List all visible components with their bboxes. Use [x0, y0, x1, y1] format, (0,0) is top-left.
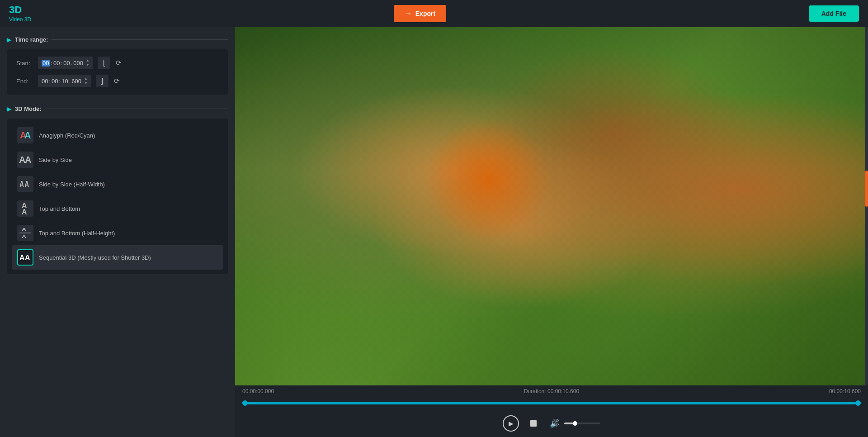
timeline-track[interactable]	[242, 402, 861, 404]
video-container	[235, 27, 868, 385]
app-logo: 3D	[9, 4, 31, 16]
mode-divider	[45, 109, 228, 109]
volume-icon: 🔊	[550, 418, 560, 428]
end-ms[interactable]: 600	[71, 78, 81, 85]
time-range-arrow-icon[interactable]: ▶	[7, 37, 11, 43]
start-minutes[interactable]: 00	[53, 60, 60, 66]
add-file-button[interactable]: Add File	[809, 5, 859, 22]
start-sep2: :	[61, 60, 63, 66]
stop-button[interactable]	[526, 416, 541, 431]
end-spin-up[interactable]: ▲	[84, 76, 88, 81]
time-range-title: Time range:	[15, 36, 48, 43]
start-ms[interactable]: 000	[73, 60, 83, 66]
volume-button[interactable]: 🔊	[548, 417, 561, 430]
mode-label-sbs: Side by Side	[39, 157, 72, 163]
end-minutes[interactable]: 00	[52, 78, 58, 85]
end-reset-button[interactable]: ⟳	[113, 76, 121, 86]
start-sep3: .	[71, 60, 73, 66]
video-duration: Duration: 00:00:10.600	[524, 388, 579, 394]
start-spinners[interactable]: ▲ ▼	[86, 58, 90, 67]
topbar: 3D Video 3D → Export Add File	[0, 0, 868, 27]
start-bracket-button[interactable]: [	[98, 57, 110, 69]
svg-text:A: A	[22, 208, 27, 215]
logo-area: 3D Video 3D	[9, 4, 31, 23]
mode-item-sequential[interactable]: A A Sequential 3D (Mostly used for Shutt…	[12, 245, 223, 270]
mode-title: 3D Mode:	[15, 105, 42, 112]
time-range-divider	[52, 39, 228, 40]
video-info-bar: 00:00:00.000 Duration: 00:00:10.600 00:0…	[235, 385, 868, 397]
controls-bar: ▶ 🔊	[235, 412, 868, 437]
video-start-time: 00:00:00.000	[242, 388, 274, 394]
sbs-half-icon: A A	[17, 176, 33, 192]
end-seconds[interactable]: 10	[61, 78, 68, 85]
mode-box: A A Anaglyph (Red/Cyan) A A Side by Side	[7, 119, 228, 274]
mode-label-tb: Top and Bottom	[39, 205, 80, 212]
end-sep2: :	[59, 78, 61, 85]
video-preview	[235, 27, 868, 385]
timeline-handle-left[interactable]	[242, 400, 248, 406]
mode-item-tb[interactable]: A A Top and Bottom	[12, 196, 223, 221]
end-bracket-button[interactable]: ]	[96, 75, 108, 87]
mode-item-tb-half[interactable]: A A Top and Bottom (Half-Height)	[12, 221, 223, 245]
app-subtitle: Video 3D	[9, 16, 31, 23]
start-sep1: :	[51, 60, 52, 66]
mode-item-anaglyph[interactable]: A A Anaglyph (Red/Cyan)	[12, 123, 223, 147]
svg-text:A: A	[24, 130, 31, 140]
end-time-input[interactable]: 00 : 00 : 10 . 600 ▲ ▼	[38, 75, 91, 87]
left-panel: ▶ Time range: Start: 00 : 00 : 00 . 000 …	[0, 27, 235, 437]
mode-item-sbs[interactable]: A A Side by Side	[12, 147, 223, 172]
anaglyph-icon: A A	[17, 127, 33, 143]
tb-half-icon: A A	[17, 225, 33, 241]
svg-text:A: A	[19, 254, 25, 261]
export-label: Export	[415, 10, 435, 17]
timeline-area	[235, 397, 868, 412]
export-icon: →	[405, 10, 412, 18]
play-icon: ▶	[509, 420, 514, 427]
start-spin-down[interactable]: ▼	[86, 63, 90, 67]
mode-arrow-icon[interactable]: ▶	[7, 106, 11, 112]
svg-text:A: A	[19, 179, 24, 189]
time-range-section-header: ▶ Time range:	[7, 36, 228, 43]
start-hours[interactable]: 00	[42, 60, 50, 66]
svg-text:A: A	[25, 155, 31, 165]
stop-icon	[530, 420, 537, 427]
video-end-time: 00:00:10.600	[829, 388, 861, 394]
video-scrollbar[interactable]	[865, 27, 868, 385]
end-label: End:	[16, 78, 33, 85]
mode-label-sbs-half: Side by Side (Half-Width)	[39, 181, 105, 188]
start-label: Start:	[16, 60, 33, 66]
svg-text:A: A	[22, 227, 26, 232]
mode-label-sequential: Sequential 3D (Mostly used for Shutter 3…	[39, 254, 151, 261]
start-time-row: Start: 00 : 00 : 00 . 000 ▲ ▼ [ ⟳	[16, 57, 219, 69]
start-time-input[interactable]: 00 : 00 : 00 . 000 ▲ ▼	[38, 57, 93, 69]
mode-label-anaglyph: Anaglyph (Red/Cyan)	[39, 132, 95, 139]
volume-track[interactable]	[564, 423, 600, 424]
main-content: ▶ Time range: Start: 00 : 00 : 00 . 000 …	[0, 27, 868, 437]
svg-text:A: A	[24, 179, 29, 189]
mode-item-sbs-half[interactable]: A A Side by Side (Half-Width)	[12, 172, 223, 196]
sbs-icon: A A	[17, 152, 33, 168]
sequential-icon: A A	[17, 249, 33, 266]
right-panel: 00:00:00.000 Duration: 00:00:10.600 00:0…	[235, 27, 868, 437]
volume-area: 🔊	[548, 417, 600, 430]
start-reset-button[interactable]: ⟳	[115, 58, 123, 68]
end-spinners[interactable]: ▲ ▼	[84, 76, 88, 85]
start-spin-up[interactable]: ▲	[86, 58, 90, 63]
end-spin-down[interactable]: ▼	[84, 81, 88, 86]
play-button[interactable]: ▶	[503, 415, 519, 432]
timeline-progress	[242, 402, 861, 404]
video-scrollbar-thumb[interactable]	[865, 171, 868, 207]
volume-thumb[interactable]	[573, 421, 577, 426]
start-seconds[interactable]: 00	[63, 60, 70, 66]
time-range-box: Start: 00 : 00 : 00 . 000 ▲ ▼ [ ⟳	[7, 49, 228, 95]
svg-text:A: A	[25, 254, 30, 261]
tb-icon: A A	[17, 200, 33, 217]
end-sep3: .	[69, 78, 71, 85]
end-sep1: :	[49, 78, 51, 85]
timeline-handle-right[interactable]	[855, 400, 861, 406]
end-time-row: End: 00 : 00 : 10 . 600 ▲ ▼ ] ⟳	[16, 75, 219, 87]
mode-section-header: ▶ 3D Mode:	[7, 105, 228, 112]
svg-text:A: A	[22, 234, 26, 239]
export-button[interactable]: → Export	[394, 5, 446, 22]
end-hours[interactable]: 00	[42, 78, 48, 85]
